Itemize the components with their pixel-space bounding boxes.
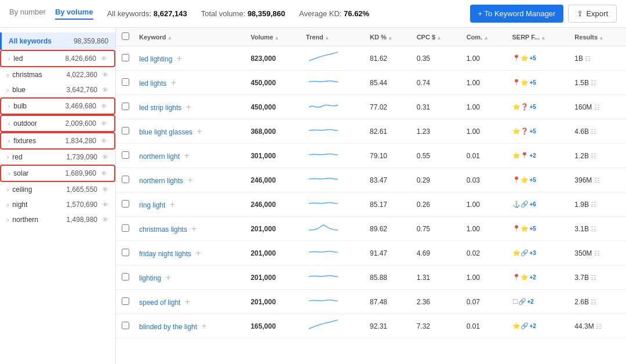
volume-cell: 246,000 <box>246 192 301 217</box>
serp-plus: +5 <box>530 55 536 61</box>
col-header-cpc--[interactable]: CPC $▲ <box>412 28 462 46</box>
chevron-right-icon: › <box>8 121 10 127</box>
col-header-results[interactable]: Results▲ <box>570 28 626 46</box>
add-keyword-button[interactable]: + <box>177 53 182 63</box>
keyword-manager-button[interactable]: + To Keyword Manager <box>470 5 564 23</box>
col-header-keyword[interactable]: Keyword▲ <box>134 28 246 46</box>
sort-icon[interactable]: ▲ <box>541 35 546 41</box>
keyword-link[interactable]: blue light glasses <box>139 128 192 136</box>
row-checkbox[interactable] <box>122 200 129 208</box>
sort-icon[interactable]: ▲ <box>325 35 330 41</box>
select-all-checkbox[interactable] <box>122 32 129 40</box>
add-keyword-button[interactable]: + <box>195 248 201 258</box>
add-keyword-button[interactable]: + <box>196 126 202 136</box>
row-checkbox[interactable] <box>122 103 129 110</box>
chevron-right-icon: › <box>7 202 9 208</box>
keyword-link[interactable]: lighting <box>139 274 161 282</box>
row-checkbox[interactable] <box>122 273 129 281</box>
add-keyword-button[interactable]: + <box>171 78 176 88</box>
keyword-cell: led lighting + <box>134 46 246 71</box>
serp-icon-1: ⭐🔗 <box>512 322 529 330</box>
add-keyword-button[interactable]: + <box>187 175 192 185</box>
sort-icon[interactable]: ▲ <box>483 35 489 41</box>
sidebar-item-fixtures[interactable]: › fixtures 1,834,280 👁 <box>0 132 115 150</box>
col-header-kd--[interactable]: KD %▲ <box>365 28 412 46</box>
row-checkbox-cell <box>116 95 134 119</box>
sidebar-item-ceiling[interactable]: › ceiling 1,665,550 👁 <box>0 182 115 197</box>
sort-icon[interactable]: ▲ <box>167 35 172 41</box>
view-toggle: By number By volume <box>9 8 93 20</box>
chevron-right-icon: › <box>8 103 10 110</box>
sort-icon[interactable]: ▲ <box>274 35 279 41</box>
keyword-link[interactable]: ring light <box>139 201 165 209</box>
sort-icon[interactable]: ▲ <box>599 35 604 41</box>
sidebar-item-northern[interactable]: › northern 1,498,980 👁 <box>0 212 115 227</box>
export-button[interactable]: ⇧ Export <box>568 5 617 23</box>
row-checkbox-cell <box>116 265 134 290</box>
row-checkbox[interactable] <box>122 224 129 232</box>
row-checkbox[interactable] <box>122 297 129 305</box>
row-checkbox[interactable] <box>122 127 129 134</box>
results-icon: ☷ <box>591 128 596 135</box>
add-keyword-button[interactable]: + <box>165 272 170 282</box>
add-keyword-button[interactable]: + <box>186 102 191 112</box>
col-header-volume[interactable]: Volume▲ <box>246 28 301 46</box>
keyword-link[interactable]: led strip lights <box>139 104 181 112</box>
col-header-com-[interactable]: Com.▲ <box>462 28 508 46</box>
chevron-right-icon: › <box>7 87 9 93</box>
sort-icon[interactable]: ▲ <box>388 35 393 41</box>
stats-bar: All keywords: 8,627,143 Total volume: 98… <box>107 9 470 18</box>
keyword-link[interactable]: led lighting <box>139 55 172 63</box>
row-checkbox[interactable] <box>122 78 129 86</box>
keyword-link[interactable]: northern light <box>139 152 180 161</box>
sidebar-item-bulb[interactable]: › bulb 3,469,680 👁 <box>0 97 115 115</box>
keywords-table: Keyword▲Volume▲Trend▲KD %▲CPC $▲Com.▲SER… <box>116 28 626 338</box>
col-header-serp-f---[interactable]: SERP F...▲ <box>508 28 570 46</box>
results-icon: ☷ <box>591 225 596 232</box>
keyword-link[interactable]: northern lights <box>139 177 183 185</box>
keyword-link[interactable]: blinded by the light <box>139 323 197 331</box>
sidebar-item-christmas[interactable]: › christmas 4,022,360 👁 <box>0 67 115 82</box>
keyword-cell: speed of light + <box>134 290 246 314</box>
sidebar-all-keywords[interactable]: All keywords 98,359,860 <box>0 32 115 50</box>
sidebar-item-outdoor[interactable]: › outdoor 2,009,600 👁 <box>0 115 115 132</box>
row-checkbox[interactable] <box>122 322 129 329</box>
sidebar-item-solar[interactable]: › solar 1,689,960 👁 <box>0 165 115 182</box>
table-row: led lights + 450,000 85.44 0.74 1.00 📍⭐ … <box>116 71 626 95</box>
add-keyword-button[interactable]: + <box>191 224 196 234</box>
serp-cell: ⚓🔗 +6 <box>508 192 570 217</box>
sidebar-item-label: solar <box>13 169 28 177</box>
sidebar-item-label: northern <box>12 216 38 224</box>
keyword-link[interactable]: friday night lights <box>139 250 191 258</box>
row-checkbox[interactable] <box>122 151 129 159</box>
col-header-trend[interactable]: Trend▲ <box>301 28 365 46</box>
row-checkbox[interactable] <box>122 249 129 256</box>
sidebar-item-count: 1,739,090 <box>67 153 97 161</box>
sidebar-item-blue[interactable]: › blue 3,642,760 👁 <box>0 82 115 97</box>
by-volume-tab[interactable]: By volume <box>55 8 93 20</box>
add-keyword-button[interactable]: + <box>185 297 190 307</box>
add-keyword-button[interactable]: + <box>184 151 189 161</box>
volume-cell: 246,000 <box>246 168 301 192</box>
sidebar-item-red[interactable]: › red 1,739,090 👁 <box>0 150 115 165</box>
add-keyword-button[interactable]: + <box>201 321 206 331</box>
sort-icon[interactable]: ▲ <box>436 35 442 41</box>
results-cell: 1.2B ☷ <box>570 144 626 168</box>
chevron-right-icon: › <box>7 217 9 223</box>
serp-icon-1: ⭐🔗 <box>512 249 529 257</box>
serp-features: ⭐❓ +5 <box>512 128 566 135</box>
keyword-link[interactable]: christmas lights <box>139 225 187 234</box>
results-cell: 1.5B ☷ <box>570 71 626 95</box>
sidebar-item-night[interactable]: › night 1,570,690 👁 <box>0 197 115 212</box>
top-actions: + To Keyword Manager ⇧ Export <box>470 5 617 23</box>
sidebar-item-led[interactable]: › led 8,426,660 👁 <box>0 50 115 67</box>
keyword-link[interactable]: speed of light <box>139 299 180 307</box>
row-checkbox[interactable] <box>122 176 129 183</box>
keyword-link[interactable]: led lights <box>139 79 166 88</box>
add-keyword-button[interactable]: + <box>170 199 175 209</box>
serp-features: 📍⭐ +5 <box>512 176 566 184</box>
by-number-tab[interactable]: By number <box>9 8 46 20</box>
row-checkbox[interactable] <box>122 54 129 61</box>
serp-icon-1: 📍⭐ <box>512 274 529 281</box>
kd-cell: 79.10 <box>365 144 412 168</box>
